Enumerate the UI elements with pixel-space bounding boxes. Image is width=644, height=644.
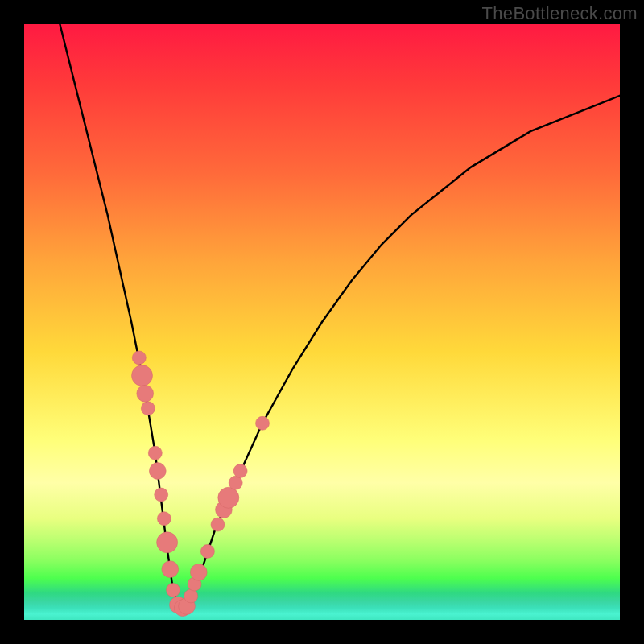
bottleneck-curve [60,24,620,608]
data-point [256,416,270,430]
data-points-group [132,351,270,617]
data-point [157,532,178,553]
data-point [132,351,146,365]
data-point [233,464,247,478]
plot-area [24,24,620,620]
data-point [190,564,207,580]
data-point [229,476,242,489]
data-point [132,365,153,386]
data-point [137,385,154,402]
data-point [218,487,239,508]
data-point [157,512,171,526]
data-point [167,584,180,597]
data-point [200,544,214,558]
data-point [162,561,179,578]
data-point [141,402,155,415]
data-point [149,463,166,480]
chart-frame: TheBottleneck.com [0,0,644,644]
data-point [148,446,162,460]
data-point [211,518,225,531]
data-point [155,488,168,502]
chart-svg [24,24,620,620]
watermark-text: TheBottleneck.com [482,3,638,24]
data-point [184,589,198,603]
